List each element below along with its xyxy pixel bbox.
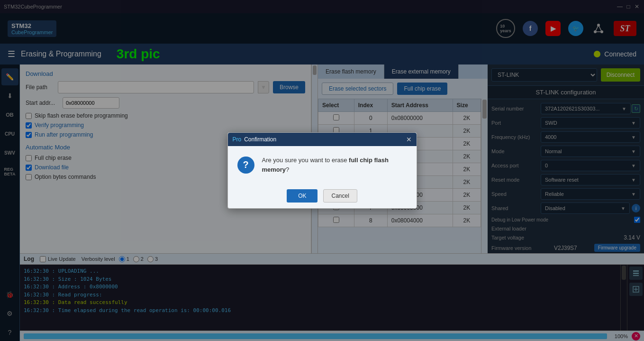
dialog-buttons: OK Cancel bbox=[228, 184, 417, 208]
dialog-cancel-button[interactable]: Cancel bbox=[323, 189, 357, 203]
dialog-question-icon: ? bbox=[237, 157, 254, 174]
dialog-message-pre: Are you sure you want to erase bbox=[262, 157, 349, 164]
dialog-ok-button[interactable]: OK bbox=[287, 189, 317, 203]
dialog-title-area: Pro Confirmation bbox=[233, 136, 277, 143]
dialog-body: ? Are you sure you want to erase full ch… bbox=[228, 146, 417, 184]
dialog-message: Are you sure you want to erase full chip… bbox=[262, 156, 407, 174]
dialog-overlay[interactable]: Pro Confirmation ✕ ? Are you sure you wa… bbox=[0, 0, 644, 341]
confirmation-dialog: Pro Confirmation ✕ ? Are you sure you wa… bbox=[227, 132, 417, 209]
dialog-title-text: Confirmation bbox=[244, 136, 276, 143]
dialog-message-post: ? bbox=[286, 166, 289, 173]
dialog-close-button[interactable]: ✕ bbox=[406, 136, 412, 143]
dialog-title-icon: Pro bbox=[233, 136, 242, 143]
dialog-titlebar: Pro Confirmation ✕ bbox=[228, 133, 417, 146]
